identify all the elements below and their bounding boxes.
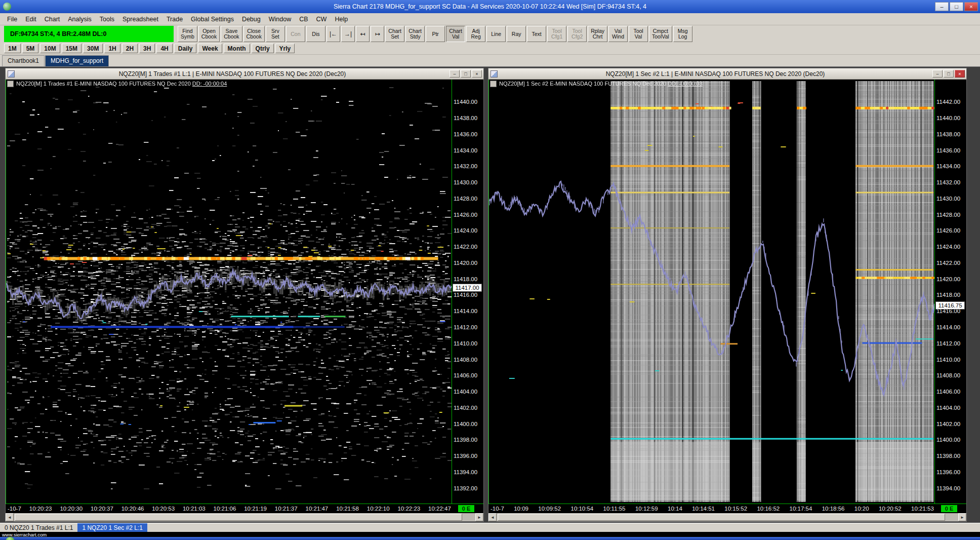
- scrollbar-track[interactable]: [497, 513, 958, 521]
- toolbar-tool-cfg1[interactable]: Tool Cfg1: [547, 26, 566, 42]
- menu-global-settings[interactable]: Global Settings: [187, 14, 238, 24]
- toolbar-icon[interactable]: ↤: [356, 26, 370, 42]
- time-label: 10:20: [854, 506, 869, 512]
- timeframe-week[interactable]: Week: [198, 44, 222, 53]
- menu-spreadsheet[interactable]: Spreadsheet: [118, 14, 162, 24]
- price-label: 11440.00: [454, 99, 477, 105]
- toolbar-rplay-chrt[interactable]: Rplay Chrt: [588, 26, 607, 42]
- time-label: 10:18:56: [822, 506, 845, 512]
- toolbar-find-symb[interactable]: Find Symb: [178, 26, 197, 42]
- toolbar-icon[interactable]: →|: [341, 26, 355, 42]
- window-minimize-button[interactable]: –: [932, 70, 943, 78]
- toolbar-dis[interactable]: Dis: [306, 26, 325, 42]
- toolbar-tool-val[interactable]: Tool Val: [629, 26, 648, 42]
- time-label: 10:21:53: [911, 506, 934, 512]
- menu-help[interactable]: Help: [331, 14, 352, 24]
- price-label: 11404.00: [936, 405, 960, 411]
- toolbar: DF:94734 ST:4, 4 BR:2.48M DL:0 Find Symb…: [0, 25, 980, 43]
- menu-window[interactable]: Window: [265, 14, 295, 24]
- status-segment[interactable]: 1 NQZ20 1 Sec #2 L:1: [77, 523, 147, 532]
- menu-trade[interactable]: Trade: [162, 14, 187, 24]
- window-maximize-button[interactable]: □: [944, 70, 954, 78]
- timeframe-30m[interactable]: 30M: [83, 44, 103, 53]
- scroll-right-arrow[interactable]: ►: [958, 513, 966, 521]
- chart-window-titlebar[interactable]: NQZ20[M] 1 Trades #1 L:1 | E-MINI NASDAQ…: [6, 68, 483, 80]
- chart-corner-icon[interactable]: [7, 81, 14, 87]
- timeframe-yrly[interactable]: Yrly: [275, 44, 295, 53]
- timeframe-4h[interactable]: 4H: [156, 44, 172, 53]
- toolbar-close-cbook[interactable]: Close Cbook: [243, 26, 265, 42]
- scrollbar-track[interactable]: [14, 513, 475, 521]
- chart-corner-icon[interactable]: [490, 81, 497, 87]
- timeframe-1m[interactable]: 1M: [4, 44, 21, 53]
- sierrachart-link[interactable]: www.sierrachart.com: [2, 532, 47, 537]
- window-close-button[interactable]: ×: [955, 70, 965, 78]
- timeframe-5m[interactable]: 5M: [22, 44, 39, 53]
- toolbar-icon[interactable]: ↦: [371, 26, 384, 42]
- toolbar-line[interactable]: Line: [486, 26, 506, 42]
- start-button[interactable]: [6, 537, 14, 540]
- price-label: 11404.00: [454, 389, 477, 395]
- menu-debug[interactable]: Debug: [238, 14, 265, 24]
- menu-tools[interactable]: Tools: [96, 14, 118, 24]
- toolbar-icon[interactable]: |←: [326, 26, 340, 42]
- timeframe-month[interactable]: Month: [224, 44, 250, 53]
- horizontal-scrollbar[interactable]: ◄ ►: [488, 513, 966, 521]
- chart-heatmap[interactable]: NQZ20[M] 1 Trades #1 E-MINI NASDAQ 100 F…: [6, 80, 452, 504]
- window-close-button[interactable]: ×: [472, 70, 482, 78]
- session-box: 0 E: [458, 505, 474, 512]
- toolbar-ptr[interactable]: Ptr: [426, 26, 445, 42]
- toolbar-msg-log[interactable]: Msg Log: [673, 26, 692, 42]
- toolbar-adj-reg[interactable]: Adj Reg: [466, 26, 485, 42]
- toolbar-text[interactable]: Text: [527, 26, 546, 42]
- taskbar[interactable]: [0, 537, 980, 540]
- status-segment[interactable]: 0 NQZ20 1 Trades #1 L:1: [0, 523, 77, 532]
- menu-analysis[interactable]: Analysis: [64, 14, 96, 24]
- scroll-left-arrow[interactable]: ◄: [488, 513, 497, 521]
- toolbar-chart-stdy[interactable]: Chart Stdy: [405, 26, 425, 42]
- timeframe-qtrly[interactable]: Qtrly: [252, 44, 274, 53]
- toolbar-chart-set[interactable]: Chart Set: [385, 26, 404, 42]
- timeframe-15m[interactable]: 15M: [62, 44, 81, 53]
- scrollbar-thumb[interactable]: [498, 514, 945, 521]
- timeframe-1h[interactable]: 1H: [104, 44, 120, 53]
- scroll-left-arrow[interactable]: ◄: [6, 513, 14, 521]
- toolbar-srv-set[interactable]: Srv Set: [266, 26, 285, 42]
- timeframe-daily[interactable]: Daily: [174, 44, 197, 53]
- toolbar-save-cbook[interactable]: Save Cbook: [221, 26, 242, 42]
- timeframe-10m[interactable]: 10M: [40, 44, 60, 53]
- price-scale[interactable]: 11416.75 11442.0011440.0011438.0011436.0…: [935, 80, 966, 504]
- window-maximize-button[interactable]: □: [461, 70, 471, 78]
- scrollbar-thumb[interactable]: [15, 514, 462, 521]
- price-label: 11392.00: [454, 485, 477, 491]
- timeframe-2h[interactable]: 2H: [122, 44, 138, 53]
- time-label: 10:17:54: [790, 506, 812, 512]
- tab-chartbook1[interactable]: Chartbook1: [2, 55, 45, 66]
- app-close-button[interactable]: ×: [964, 2, 978, 11]
- chart-window-titlebar[interactable]: NQZ20[M] 1 Sec #2 L:1 | E-MINI NASDAQ 10…: [488, 68, 966, 80]
- chart-heatmap[interactable]: NQZ20[M] 1 Sec #2 E-MINI NASDAQ 100 FUTU…: [488, 80, 935, 504]
- toolbar-open-cbook[interactable]: Open Cbook: [198, 26, 220, 42]
- app-maximize-button[interactable]: □: [950, 2, 963, 11]
- toolbar-cmpct-toolval[interactable]: Cmpct ToolVal: [649, 26, 672, 42]
- menu-edit[interactable]: Edit: [21, 14, 40, 24]
- toolbar-ray[interactable]: Ray: [507, 26, 526, 42]
- scroll-right-arrow[interactable]: ►: [475, 513, 483, 521]
- menu-cb[interactable]: CB: [295, 14, 312, 24]
- menu-chart[interactable]: Chart: [40, 14, 64, 24]
- toolbar-con[interactable]: Con: [286, 26, 305, 42]
- price-label: 11394.00: [936, 485, 960, 491]
- menu-cw[interactable]: CW: [312, 14, 331, 24]
- tab-mdhg-for-support[interactable]: MDHG_for_support: [45, 55, 109, 66]
- toolbar-tool-cfg2[interactable]: Tool Cfg2: [567, 26, 587, 42]
- price-scale[interactable]: 11417.00 11440.0011438.0011436.0011434.0…: [452, 80, 483, 504]
- menu-file[interactable]: File: [3, 14, 21, 24]
- chart-window-icon: [8, 70, 15, 78]
- toolbar-chart-val[interactable]: Chart Val: [446, 26, 465, 42]
- toolbar-buttons: Find SymbOpen CbookSave CbookClose Cbook…: [178, 26, 692, 42]
- window-minimize-button[interactable]: –: [450, 70, 460, 78]
- timeframe-3h[interactable]: 3H: [139, 44, 155, 53]
- toolbar-val-wind[interactable]: Val Wind: [608, 26, 628, 42]
- app-minimize-button[interactable]: –: [935, 2, 949, 11]
- horizontal-scrollbar[interactable]: ◄ ►: [6, 513, 483, 521]
